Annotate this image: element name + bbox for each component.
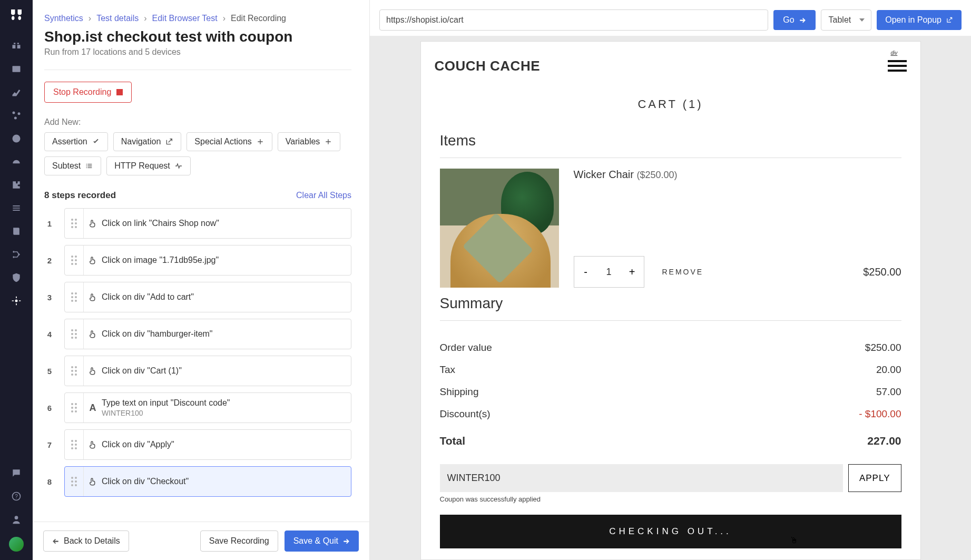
step-card[interactable]: Click on div "Cart (1)" xyxy=(64,356,351,386)
url-input[interactable] xyxy=(379,9,768,31)
drag-handle[interactable] xyxy=(65,209,84,238)
app-sidenav: ? xyxy=(0,0,33,560)
gauge-icon[interactable] xyxy=(11,156,22,168)
svg-point-5 xyxy=(13,251,14,252)
product-image xyxy=(440,169,559,288)
stop-icon xyxy=(116,89,123,95)
remove-button[interactable]: REMOVE xyxy=(662,268,704,276)
chip-subtest[interactable]: Subtest xyxy=(44,156,101,175)
drag-handle[interactable] xyxy=(65,319,84,349)
step-text: Click on div "hamburger-item" xyxy=(102,324,351,344)
step-number: 8 xyxy=(44,466,55,497)
apply-button[interactable]: APPLY xyxy=(848,464,901,492)
arrow-right-icon xyxy=(799,16,806,24)
target-icon[interactable] xyxy=(11,295,22,307)
page-title: Shop.ist checkout test with coupon xyxy=(44,28,351,45)
coupon-input[interactable] xyxy=(440,464,843,492)
cursor-icon: 🖱 xyxy=(790,536,801,545)
user-icon[interactable] xyxy=(11,514,22,525)
flow-icon[interactable] xyxy=(11,249,22,260)
element-tag-label: div xyxy=(891,50,898,56)
step-text: Click on link "Chairs Shop now" xyxy=(102,213,351,233)
chip-special-actions[interactable]: Special Actions xyxy=(187,132,272,151)
step-number: 4 xyxy=(44,319,55,349)
drag-handle[interactable] xyxy=(65,356,84,386)
open-popup-button[interactable]: Open in Popup xyxy=(877,10,962,30)
preview-panel: Go Tablet Open in Popup COUCH CACHE div … xyxy=(370,0,971,560)
go-button[interactable]: Go xyxy=(773,10,815,30)
chat-icon[interactable] xyxy=(11,467,22,479)
step-number: 3 xyxy=(44,282,55,312)
preview-area: COUCH CACHE div CART (1) Items Wicker Ch… xyxy=(370,36,971,560)
chip-assertion[interactable]: Assertion xyxy=(44,132,108,151)
tax-label: Tax xyxy=(440,364,456,376)
click-icon xyxy=(84,329,102,339)
back-button[interactable]: Back to Details xyxy=(43,530,129,552)
shield-icon[interactable] xyxy=(11,272,22,283)
external-link-icon xyxy=(165,137,173,146)
qty-plus[interactable]: + xyxy=(621,257,644,287)
step-card[interactable]: Click on div "Add to cart" xyxy=(64,282,351,312)
step-card[interactable]: Click on div "hamburger-item" xyxy=(64,319,351,349)
drag-handle[interactable] xyxy=(65,245,84,275)
drag-handle[interactable] xyxy=(65,282,84,312)
save-quit-button[interactable]: Save & Quit xyxy=(285,530,359,552)
dashboard-icon[interactable] xyxy=(11,63,22,75)
save-recording-button[interactable]: Save Recording xyxy=(200,530,278,552)
total-value: 227.00 xyxy=(867,435,901,447)
crumb-edit-browser[interactable]: Edit Browser Test xyxy=(152,14,218,23)
items-heading: Items xyxy=(421,132,920,149)
chip-http-request[interactable]: HTTP Request xyxy=(106,156,191,175)
hamburger-button[interactable]: div xyxy=(888,57,907,74)
checkout-button[interactable]: CHECKING OUT... 🖱 xyxy=(440,515,901,548)
step-number: 7 xyxy=(44,429,55,460)
drag-handle[interactable] xyxy=(65,467,84,496)
crumb-test-details[interactable]: Test details xyxy=(96,14,139,23)
puzzle-icon[interactable] xyxy=(11,179,22,191)
binoculars-icon[interactable] xyxy=(11,40,22,52)
step-card[interactable]: Click on div "Checkout" xyxy=(64,466,351,497)
step-card[interactable]: Click on link "Chairs Shop now" xyxy=(64,208,351,239)
clear-all-steps[interactable]: Clear All Steps xyxy=(296,191,351,200)
tax-value: 20.00 xyxy=(876,364,901,376)
device-select[interactable]: Tablet xyxy=(821,9,872,31)
avatar[interactable] xyxy=(9,537,24,552)
click-icon xyxy=(84,440,102,449)
crumb-current: Edit Recording xyxy=(231,14,286,23)
click-icon xyxy=(84,292,102,302)
footer-bar: Back to Details Save Recording Save & Qu… xyxy=(33,522,369,560)
chart-icon[interactable] xyxy=(11,86,22,98)
step-text: Click on div "Add to cart" xyxy=(102,287,351,307)
step-text: Click on div "Apply" xyxy=(102,435,351,455)
site-header: COUCH CACHE div xyxy=(421,42,920,84)
book-icon[interactable] xyxy=(11,225,22,237)
logo-icon[interactable] xyxy=(7,5,26,24)
step-card[interactable]: A Type text on input "Discount code"WINT… xyxy=(64,392,351,423)
stop-recording-button[interactable]: Stop Recording xyxy=(44,82,132,103)
nodes-icon[interactable] xyxy=(11,110,22,121)
step-card[interactable]: Click on div "Apply" xyxy=(64,429,351,460)
drag-handle[interactable] xyxy=(65,393,84,423)
qty-minus[interactable]: - xyxy=(574,257,597,287)
chip-variables[interactable]: Variables xyxy=(278,132,341,151)
check-icon xyxy=(92,137,100,146)
step-text: Type text on input "Discount code"WINTER… xyxy=(102,393,351,423)
plus-icon xyxy=(324,137,332,146)
click-icon xyxy=(84,366,102,376)
summary-table: Order value$250.00 Tax20.00 Shipping57.0… xyxy=(421,331,920,453)
drag-handle[interactable] xyxy=(65,430,84,459)
help-icon[interactable]: ? xyxy=(11,490,22,502)
crumb-synthetics[interactable]: Synthetics xyxy=(44,14,83,23)
list-icon[interactable] xyxy=(11,202,22,214)
alert-icon[interactable] xyxy=(11,133,22,144)
svg-point-8 xyxy=(15,300,18,302)
steps-count: 8 steps recorded xyxy=(44,190,116,201)
steps-list: 1 Click on link "Chairs Shop now" 2 Clic… xyxy=(44,208,351,497)
chip-navigation[interactable]: Navigation xyxy=(113,132,182,151)
plus-icon xyxy=(256,137,264,146)
order-value: $250.00 xyxy=(865,342,901,353)
click-icon xyxy=(84,477,102,486)
svg-rect-0 xyxy=(13,66,21,72)
tablet-frame: COUCH CACHE div CART (1) Items Wicker Ch… xyxy=(420,41,921,560)
step-card[interactable]: Click on image "1.71db95e.jpg" xyxy=(64,245,351,276)
